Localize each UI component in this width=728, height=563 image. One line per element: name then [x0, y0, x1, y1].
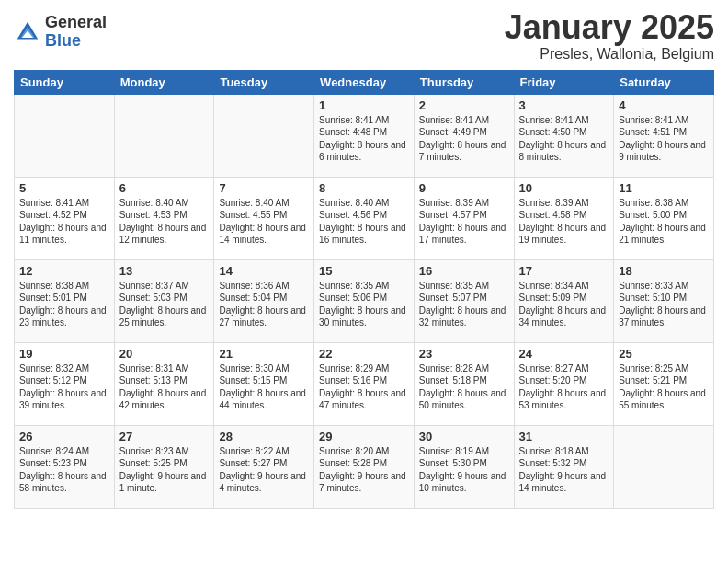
page-header: General Blue January 2025 Presles, Wallo…: [14, 9, 714, 63]
day-number: 15: [319, 264, 409, 278]
logo-text: General Blue: [45, 14, 107, 51]
calendar-day-26: 26Sunrise: 8:24 AM Sunset: 5:23 PM Dayli…: [15, 425, 115, 508]
day-number: 24: [519, 347, 609, 361]
weekday-header-thursday: Thursday: [414, 70, 514, 94]
day-number: 26: [19, 430, 109, 443]
calendar-day-28: 28Sunrise: 8:22 AM Sunset: 5:27 PM Dayli…: [214, 425, 314, 508]
calendar-day-19: 19Sunrise: 8:32 AM Sunset: 5:12 PM Dayli…: [15, 342, 115, 425]
weekday-header-row: SundayMondayTuesdayWednesdayThursdayFrid…: [15, 70, 714, 94]
day-number: 19: [19, 347, 109, 361]
calendar-day-8: 8Sunrise: 8:40 AM Sunset: 4:56 PM Daylig…: [314, 177, 415, 259]
calendar-day-20: 20Sunrise: 8:31 AM Sunset: 5:13 PM Dayli…: [114, 342, 214, 425]
calendar-header: SundayMondayTuesdayWednesdayThursdayFrid…: [15, 70, 714, 94]
calendar-day-17: 17Sunrise: 8:34 AM Sunset: 5:09 PM Dayli…: [514, 259, 614, 342]
calendar-day-5: 5Sunrise: 8:41 AM Sunset: 4:52 PM Daylig…: [15, 177, 115, 259]
day-info: Sunrise: 8:41 AM Sunset: 4:49 PM Dayligh…: [419, 114, 509, 164]
day-info: Sunrise: 8:40 AM Sunset: 4:55 PM Dayligh…: [219, 197, 309, 247]
day-info: Sunrise: 8:40 AM Sunset: 4:53 PM Dayligh…: [119, 197, 210, 247]
day-info: Sunrise: 8:22 AM Sunset: 5:27 PM Dayligh…: [219, 445, 309, 495]
calendar-empty-cell: [614, 425, 714, 508]
calendar-day-3: 3Sunrise: 8:41 AM Sunset: 4:50 PM Daylig…: [514, 94, 614, 177]
day-number: 14: [219, 264, 309, 278]
day-number: 28: [219, 430, 309, 443]
day-info: Sunrise: 8:24 AM Sunset: 5:23 PM Dayligh…: [19, 445, 109, 495]
calendar-day-16: 16Sunrise: 8:35 AM Sunset: 5:07 PM Dayli…: [414, 259, 514, 342]
calendar-day-10: 10Sunrise: 8:39 AM Sunset: 4:58 PM Dayli…: [514, 177, 614, 259]
calendar-day-2: 2Sunrise: 8:41 AM Sunset: 4:49 PM Daylig…: [414, 94, 514, 177]
weekday-header-saturday: Saturday: [614, 70, 714, 94]
calendar-week-1: 1Sunrise: 8:41 AM Sunset: 4:48 PM Daylig…: [15, 94, 714, 177]
day-info: Sunrise: 8:34 AM Sunset: 5:09 PM Dayligh…: [519, 280, 609, 329]
day-number: 5: [19, 181, 109, 195]
day-number: 11: [619, 181, 709, 195]
weekday-header-tuesday: Tuesday: [214, 70, 314, 94]
weekday-header-monday: Monday: [114, 70, 214, 94]
day-number: 31: [519, 430, 609, 443]
day-info: Sunrise: 8:39 AM Sunset: 4:57 PM Dayligh…: [419, 197, 509, 247]
calendar-day-14: 14Sunrise: 8:36 AM Sunset: 5:04 PM Dayli…: [214, 259, 314, 342]
calendar-week-5: 26Sunrise: 8:24 AM Sunset: 5:23 PM Dayli…: [15, 425, 714, 508]
logo: General Blue: [14, 14, 107, 51]
day-info: Sunrise: 8:29 AM Sunset: 5:16 PM Dayligh…: [319, 362, 409, 412]
day-info: Sunrise: 8:20 AM Sunset: 5:28 PM Dayligh…: [319, 445, 409, 495]
day-info: Sunrise: 8:41 AM Sunset: 4:48 PM Dayligh…: [319, 114, 409, 164]
title-block: January 2025 Presles, Wallonia, Belgium: [505, 9, 714, 63]
calendar-day-23: 23Sunrise: 8:28 AM Sunset: 5:18 PM Dayli…: [414, 342, 514, 425]
calendar-empty-cell: [214, 94, 314, 177]
weekday-header-friday: Friday: [514, 70, 614, 94]
day-number: 13: [119, 264, 210, 278]
weekday-header-sunday: Sunday: [15, 70, 115, 94]
day-number: 18: [619, 264, 709, 278]
day-info: Sunrise: 8:33 AM Sunset: 5:10 PM Dayligh…: [619, 280, 709, 329]
day-number: 21: [219, 347, 309, 361]
day-info: Sunrise: 8:40 AM Sunset: 4:56 PM Dayligh…: [319, 197, 409, 247]
calendar-body: 1Sunrise: 8:41 AM Sunset: 4:48 PM Daylig…: [15, 94, 714, 508]
calendar-day-4: 4Sunrise: 8:41 AM Sunset: 4:51 PM Daylig…: [614, 94, 714, 177]
weekday-header-wednesday: Wednesday: [314, 70, 415, 94]
day-number: 1: [319, 98, 409, 112]
calendar-day-11: 11Sunrise: 8:38 AM Sunset: 5:00 PM Dayli…: [614, 177, 714, 259]
day-number: 7: [219, 181, 309, 195]
day-info: Sunrise: 8:41 AM Sunset: 4:50 PM Dayligh…: [519, 114, 609, 164]
day-info: Sunrise: 8:38 AM Sunset: 5:01 PM Dayligh…: [19, 280, 109, 329]
calendar-empty-cell: [114, 94, 214, 177]
day-info: Sunrise: 8:36 AM Sunset: 5:04 PM Dayligh…: [219, 280, 309, 329]
day-number: 10: [519, 181, 609, 195]
day-info: Sunrise: 8:38 AM Sunset: 5:00 PM Dayligh…: [619, 197, 709, 247]
calendar-empty-cell: [15, 94, 115, 177]
day-number: 25: [619, 347, 709, 361]
day-number: 29: [319, 430, 409, 443]
day-info: Sunrise: 8:37 AM Sunset: 5:03 PM Dayligh…: [119, 280, 210, 329]
day-info: Sunrise: 8:39 AM Sunset: 4:58 PM Dayligh…: [519, 197, 609, 247]
day-number: 30: [419, 430, 509, 443]
calendar-day-22: 22Sunrise: 8:29 AM Sunset: 5:16 PM Dayli…: [314, 342, 415, 425]
logo-icon: [14, 18, 41, 46]
calendar-day-21: 21Sunrise: 8:30 AM Sunset: 5:15 PM Dayli…: [214, 342, 314, 425]
day-info: Sunrise: 8:35 AM Sunset: 5:07 PM Dayligh…: [419, 280, 509, 329]
day-number: 6: [119, 181, 210, 195]
day-info: Sunrise: 8:19 AM Sunset: 5:30 PM Dayligh…: [419, 445, 509, 495]
calendar-day-6: 6Sunrise: 8:40 AM Sunset: 4:53 PM Daylig…: [114, 177, 214, 259]
day-info: Sunrise: 8:35 AM Sunset: 5:06 PM Dayligh…: [319, 280, 409, 329]
day-info: Sunrise: 8:41 AM Sunset: 4:52 PM Dayligh…: [19, 197, 109, 247]
day-number: 20: [119, 347, 210, 361]
calendar-day-1: 1Sunrise: 8:41 AM Sunset: 4:48 PM Daylig…: [314, 94, 415, 177]
day-info: Sunrise: 8:18 AM Sunset: 5:32 PM Dayligh…: [519, 445, 609, 495]
day-number: 12: [19, 264, 109, 278]
day-info: Sunrise: 8:32 AM Sunset: 5:12 PM Dayligh…: [19, 362, 109, 412]
calendar-day-31: 31Sunrise: 8:18 AM Sunset: 5:32 PM Dayli…: [514, 425, 614, 508]
calendar-week-2: 5Sunrise: 8:41 AM Sunset: 4:52 PM Daylig…: [15, 177, 714, 259]
day-number: 2: [419, 98, 509, 112]
day-number: 4: [619, 98, 709, 112]
calendar-day-18: 18Sunrise: 8:33 AM Sunset: 5:10 PM Dayli…: [614, 259, 714, 342]
day-info: Sunrise: 8:25 AM Sunset: 5:21 PM Dayligh…: [619, 362, 709, 412]
day-number: 17: [519, 264, 609, 278]
calendar-day-29: 29Sunrise: 8:20 AM Sunset: 5:28 PM Dayli…: [314, 425, 415, 508]
calendar-day-15: 15Sunrise: 8:35 AM Sunset: 5:06 PM Dayli…: [314, 259, 415, 342]
day-info: Sunrise: 8:30 AM Sunset: 5:15 PM Dayligh…: [219, 362, 309, 412]
calendar-day-9: 9Sunrise: 8:39 AM Sunset: 4:57 PM Daylig…: [414, 177, 514, 259]
day-number: 9: [419, 181, 509, 195]
day-number: 8: [319, 181, 409, 195]
calendar-week-4: 19Sunrise: 8:32 AM Sunset: 5:12 PM Dayli…: [15, 342, 714, 425]
calendar-day-30: 30Sunrise: 8:19 AM Sunset: 5:30 PM Dayli…: [414, 425, 514, 508]
